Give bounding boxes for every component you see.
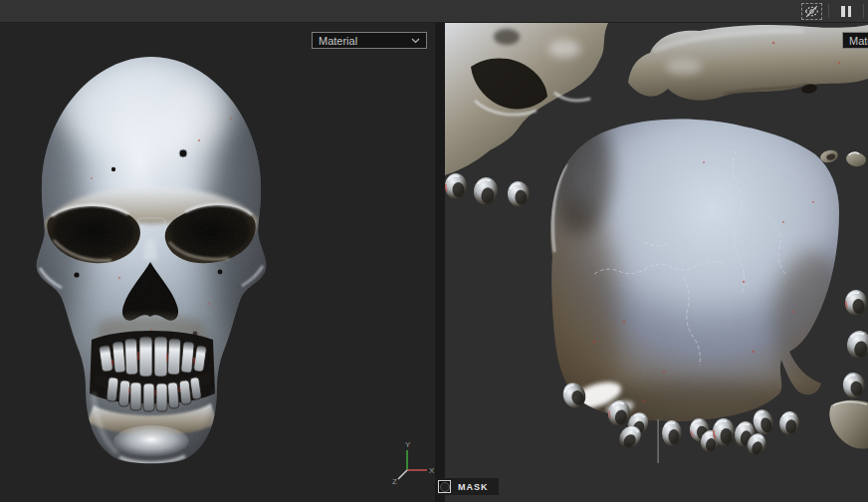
top-toolbar [0, 0, 868, 23]
material-mode-value: Material [319, 35, 357, 47]
chevron-down-icon [411, 38, 420, 44]
axis-x-label: X [429, 466, 435, 475]
visibility-toggle-button[interactable] [801, 1, 822, 21]
viewport-3d[interactable]: Material Y X Z [0, 23, 435, 502]
mask-badge[interactable]: MASK [436, 478, 499, 495]
pause-icon [835, 6, 857, 17]
viewport-split-container: Material Y X Z [0, 23, 868, 502]
uv-texture-islands [445, 23, 868, 502]
pause-button[interactable] [835, 1, 857, 21]
toolbar-separator [863, 4, 864, 18]
skull-3d-model [0, 23, 435, 502]
material-mode-dropdown-3d[interactable]: Material [312, 32, 427, 49]
viewport-2d[interactable]: Material [445, 23, 868, 502]
axis-z-label: Z [392, 477, 397, 485]
app-window: Material Y X Z [0, 0, 868, 502]
material-mode-dropdown-2d[interactable]: Material [842, 32, 868, 49]
mask-thumbnail-icon [438, 480, 451, 493]
toolbar-separator [828, 4, 829, 18]
eye-slash-icon [804, 5, 819, 18]
viewport-divider[interactable] [435, 23, 445, 502]
material-mode-value: Material [849, 35, 868, 47]
axis-gizmo: Y X Z [390, 439, 435, 485]
mask-label: MASK [458, 482, 489, 492]
dashed-selection-box [801, 3, 822, 20]
axis-y-label: Y [405, 440, 411, 449]
